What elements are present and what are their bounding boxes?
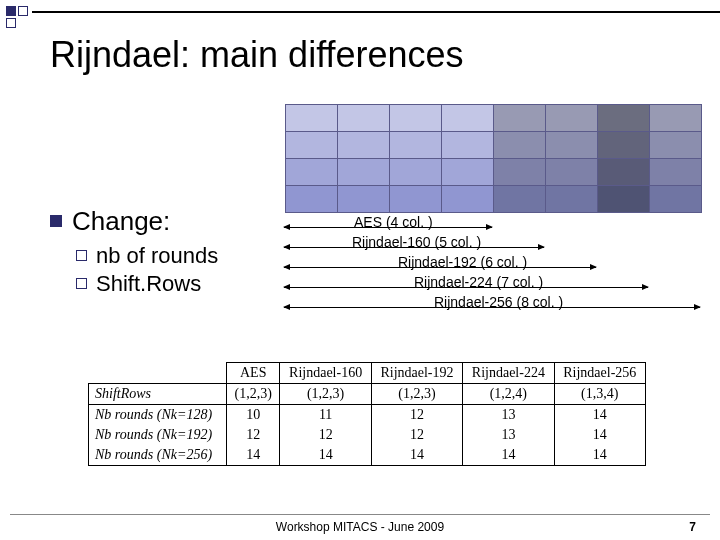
arrow-label: Rijndael-256 (8 col. ) — [434, 294, 563, 310]
arrow-label: Rijndael-160 (5 col. ) — [352, 234, 481, 250]
slide-title: Rijndael: main differences — [50, 34, 464, 76]
rounds-table: AESRijndael-160Rijndael-192Rijndael-224R… — [88, 362, 646, 466]
column-width-arrows: AES (4 col. )Rijndael-160 (5 col. )Rijnd… — [284, 218, 704, 318]
subbullet-icon — [76, 278, 87, 289]
footer-text: Workshop MITACS - June 2009 — [0, 520, 720, 534]
state-grid — [285, 104, 702, 213]
subbullet-icon — [76, 250, 87, 261]
sub-nb-rounds: nb of rounds — [96, 243, 218, 269]
arrow-label: Rijndael-224 (7 col. ) — [414, 274, 543, 290]
arrow-label: Rijndael-192 (6 col. ) — [398, 254, 527, 270]
bullet-change: Change: — [72, 206, 170, 237]
bullet-icon — [50, 215, 62, 227]
page-number: 7 — [689, 520, 696, 534]
arrow-label: AES (4 col. ) — [354, 214, 433, 230]
sub-shiftrows: Shift.Rows — [96, 271, 201, 297]
bullet-list: Change: nb of rounds Shift.Rows — [50, 206, 218, 299]
